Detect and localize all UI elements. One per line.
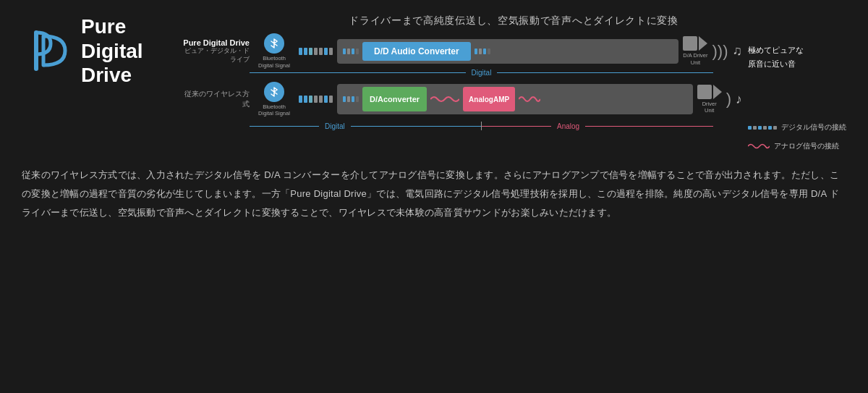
conv-sound-waves: )	[726, 90, 731, 109]
pdd-label-jp: ピュア・デジタル・ドライブ	[181, 47, 250, 64]
legend-analog: アナログ信号の接続	[748, 141, 846, 151]
pure-quality-text: 極めてピュアな 原音に近い音	[748, 43, 846, 70]
pdd-line-row: Digital	[181, 72, 742, 73]
main-container: Pure Digital Drive ドライバーまで高純度伝送し、空気振動で音声…	[0, 0, 868, 393]
conv-bt-cell: Bluetooth Digital Signal	[254, 82, 294, 118]
pdd-bt-icon	[264, 33, 284, 54]
conv-bt-label: Bluetooth Digital Signal	[258, 103, 290, 118]
conv-driver-rect	[697, 85, 712, 99]
pdd-driver-rect	[683, 36, 697, 51]
pdd-music-note: ♫	[733, 43, 743, 59]
conv-main-container: D/A converter Analog AMP	[337, 84, 693, 114]
conv-driver-label: Driver Unit	[702, 101, 717, 115]
pdd-driver-label: D/A Driver Unit	[683, 52, 707, 67]
logo-area: Pure Digital Drive	[22, 14, 166, 88]
legend-digital-text: デジタル信号の接続	[781, 122, 846, 132]
brand-name: Pure Digital Drive	[81, 14, 143, 88]
pdd-inner-dots	[343, 48, 359, 54]
wavy-connector-2	[519, 93, 540, 105]
pdd-logo-icon	[22, 25, 72, 76]
conv-label: 従来のワイヤレス方式	[181, 89, 250, 109]
top-section: Pure Digital Drive ドライバーまで高純度伝送し、空気振動で音声…	[22, 14, 846, 151]
wavy-connector	[430, 93, 459, 105]
legend-digital-dots	[748, 126, 777, 130]
conv-signal-dots	[299, 96, 333, 103]
pdd-signal-dots	[299, 48, 333, 55]
diagram-area: ドライバーまで高純度伝送し、空気振動で音声へとダイレクトに変換 Pure Dig…	[181, 14, 846, 151]
pdd-main-container: D/D Audio Converter	[337, 39, 678, 64]
pdd-driver-area: D/A Driver Unit	[683, 36, 707, 67]
right-side: 極めてピュアな 原音に近い音 デジタル信号の接続	[748, 33, 846, 151]
pdd-bt-cell: Bluetooth Digital Signal	[254, 33, 294, 69]
conv-bt-icon	[264, 82, 284, 102]
conv-music-note: ♪	[736, 92, 742, 107]
legend-analog-wave	[748, 142, 770, 151]
da-converter-box: D/A converter	[362, 87, 427, 111]
dd-box: D/D Audio Converter	[362, 42, 471, 61]
pdd-driver-triangle	[699, 36, 707, 51]
conv-driver-area: Driver Unit	[697, 85, 722, 115]
pdd-post-dots	[475, 48, 490, 54]
amp-box: Analog AMP	[463, 87, 515, 111]
legend-digital: デジタル信号の接続	[748, 122, 846, 132]
pdd-label: Pure Digital Drive	[181, 38, 250, 47]
pdd-bt-svg	[264, 13, 284, 33]
legend-analog-text: アナログ信号の接続	[774, 141, 839, 151]
pdd-signal-row: Pure Digital Drive ピュア・デジタル・ドライブ Bluetoo…	[181, 33, 742, 69]
conv-inner-dots	[343, 96, 359, 102]
pdd-sound-waves: )))	[712, 42, 728, 61]
conv-line-row: Digital Analog	[181, 122, 742, 130]
conv-driver-triangle	[713, 85, 722, 99]
conv-signal-row: 従来のワイヤレス方式 Bluetooth Digital Si	[181, 82, 742, 118]
pdd-line-label: Digital	[466, 69, 498, 77]
conv-digital-label: Digital	[319, 122, 351, 130]
conv-analog-label: Analog	[551, 122, 585, 130]
pdd-bt-label: Bluetooth Digital Signal	[258, 55, 290, 69]
body-text: 従来のワイヤレス方式では、入力されたデジタル信号を D/A コンバーターを介して…	[22, 166, 846, 222]
